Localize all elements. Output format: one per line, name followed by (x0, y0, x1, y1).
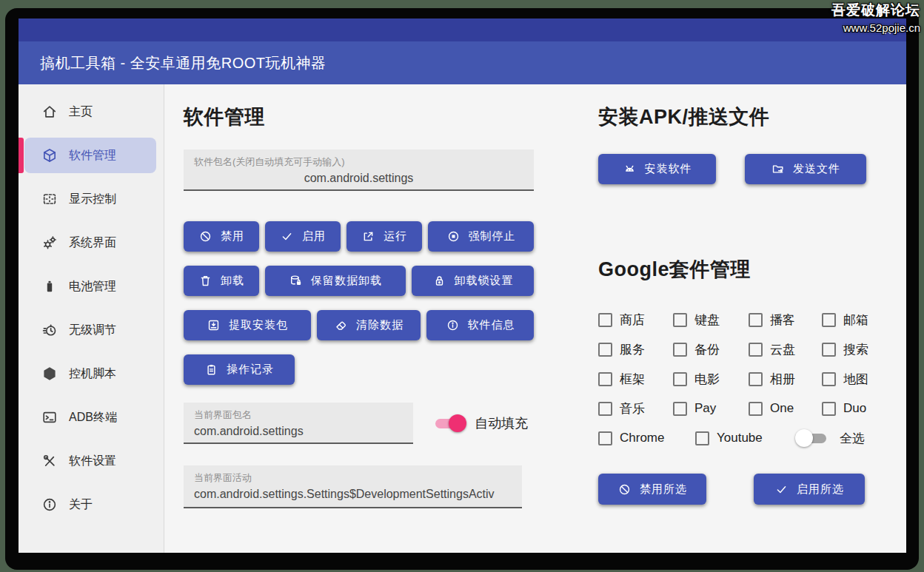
current-package-value: com.android.settings (194, 425, 403, 438)
checkbox-keyboard[interactable] (673, 313, 687, 327)
checkbox-framework[interactable] (598, 372, 612, 386)
enable-selected-button[interactable]: 启用所选 (754, 474, 865, 505)
sidebar-item-about[interactable]: 关于 (19, 487, 164, 522)
checkbox-one[interactable] (749, 402, 763, 416)
current-activity-label: 当前界面活动 (194, 471, 512, 485)
tools-icon (41, 453, 58, 469)
home-icon (41, 104, 58, 120)
open-external-icon (361, 229, 375, 243)
keep-data-uninstall-button[interactable]: 保留数据卸载 (265, 266, 406, 296)
uninstall-button[interactable]: 卸载 (184, 266, 259, 296)
package-name-input[interactable]: 软件包名(关闭自动填充可手动输入) com.android.settings (184, 149, 534, 191)
selected-accent-bar (19, 138, 24, 173)
timer-icon (41, 322, 58, 338)
app-header: 搞机工具箱 - 全安卓通用免ROOT玩机神器 (19, 41, 906, 84)
app-surface: ✕ 搞机工具箱 - 全安卓通用免ROOT玩机神器 主页 软件管理 显示控制 (19, 18, 906, 553)
watermark: 吾爱破解论坛 www.52pojie.cn (831, 1, 920, 34)
operation-log-button[interactable]: 操作记录 (184, 354, 295, 385)
checkbox-pay[interactable] (673, 402, 687, 416)
checkbox-backup[interactable] (673, 343, 687, 357)
sidebar-label: 系统界面 (69, 235, 116, 251)
autofill-toggle[interactable] (434, 414, 463, 432)
sidebar-item-adb-terminal[interactable]: ADB终端 (19, 400, 164, 435)
sidebar-item-stepless-adjust[interactable]: 无级调节 (19, 312, 164, 348)
enable-button[interactable]: 启用 (265, 221, 341, 252)
sidebar-item-software-management[interactable]: 软件管理 (24, 138, 156, 173)
checkbox-chrome[interactable] (598, 431, 612, 445)
app-window: ✕ 搞机工具箱 - 全安卓通用免ROOT玩机神器 主页 软件管理 显示控制 (5, 8, 919, 570)
ban-icon (198, 229, 212, 243)
watermark-line2: www.52pojie.cn (831, 21, 920, 34)
watermark-line1: 吾爱破解论坛 (831, 1, 920, 20)
sidebar-label: 无级调节 (69, 323, 116, 338)
force-stop-button[interactable]: 强制停止 (428, 221, 534, 252)
check-icon (774, 482, 789, 497)
clear-data-button[interactable]: 清除数据 (317, 310, 421, 340)
check-icon (280, 229, 294, 243)
lock-icon (432, 274, 446, 288)
android-icon (623, 162, 637, 176)
checkbox-movies[interactable] (673, 372, 687, 386)
checkbox-maps[interactable] (822, 372, 836, 386)
hexagon-icon (41, 366, 58, 382)
checkbox-podcast[interactable] (749, 313, 763, 327)
checkbox-drive[interactable] (749, 343, 763, 357)
run-button[interactable]: 运行 (346, 221, 422, 252)
titlebar: ✕ (19, 18, 906, 41)
clipboard-icon (204, 363, 218, 377)
folder-send-icon (771, 162, 785, 176)
package-name-value: com.android.settings (194, 172, 523, 185)
autofill-label: 自动填充 (475, 414, 528, 432)
current-activity-field[interactable]: 当前界面活动 com.android.settings.Settings$Dev… (184, 465, 522, 508)
stop-circle-icon (446, 229, 461, 243)
sidebar-item-home[interactable]: 主页 (19, 94, 164, 129)
sidebar-item-display-control[interactable]: 显示控制 (19, 181, 164, 217)
info-icon (446, 318, 460, 332)
checkbox-music[interactable] (598, 402, 612, 416)
eraser-icon (334, 318, 348, 332)
send-file-button[interactable]: 发送文件 (745, 154, 866, 184)
app-info-button[interactable]: 软件信息 (426, 310, 534, 340)
checkbox-mail[interactable] (822, 313, 836, 327)
sidebar-label: 显示控制 (69, 192, 116, 207)
select-all-label: 全选 (840, 430, 865, 447)
checkbox-search[interactable] (822, 343, 836, 357)
checkbox-youtube[interactable] (695, 431, 709, 445)
main-content: 软件管理 软件包名(关闭自动填充可手动输入) com.android.setti… (164, 84, 906, 553)
sidebar-item-battery[interactable]: 电池管理 (19, 269, 164, 304)
checkbox-duo[interactable] (822, 402, 836, 416)
checkbox-services[interactable] (598, 343, 612, 357)
sidebar-label: 主页 (69, 104, 93, 120)
select-all-toggle[interactable] (798, 429, 828, 447)
package-name-label: 软件包名(关闭自动填充可手动输入) (194, 155, 523, 169)
current-package-field[interactable]: 当前界面包名 com.android.settings (184, 403, 413, 444)
gears-icon (41, 235, 58, 251)
uninstall-lock-settings-button[interactable]: 卸载锁设置 (412, 266, 534, 296)
database-lock-icon (289, 274, 303, 288)
terminal-icon (41, 409, 58, 425)
sidebar-label: ADB终端 (69, 410, 117, 425)
app-title: 搞机工具箱 - 全安卓通用免ROOT玩机神器 (40, 53, 327, 73)
extract-box-icon (207, 318, 221, 332)
sidebar-item-app-settings[interactable]: 软件设置 (19, 443, 164, 479)
sidebar-item-system-ui[interactable]: 系统界面 (19, 225, 164, 260)
sidebar-label: 软件设置 (69, 454, 116, 469)
disable-button[interactable]: 禁用 (184, 221, 259, 252)
sidebar-label: 电池管理 (69, 279, 116, 295)
checkbox-photos[interactable] (749, 372, 763, 386)
extract-apk-button[interactable]: 提取安装包 (184, 310, 311, 340)
checkbox-store[interactable] (598, 313, 612, 327)
sidebar-label: 控机脚本 (69, 366, 116, 382)
section-title-install: 安装APK/推送文件 (598, 104, 878, 130)
package-cube-icon (41, 147, 58, 164)
install-apk-button[interactable]: 安装软件 (598, 154, 716, 184)
info-icon (41, 497, 58, 513)
current-package-label: 当前界面包名 (194, 408, 403, 422)
section-title-software: 软件管理 (184, 104, 534, 130)
battery-icon (41, 278, 58, 295)
section-title-google: Google套件管理 (598, 256, 878, 283)
sidebar-item-control-script[interactable]: 控机脚本 (19, 356, 164, 391)
sidebar: 主页 软件管理 显示控制 系统界面 电池管理 (19, 84, 164, 553)
trash-icon (198, 274, 212, 288)
disable-selected-button[interactable]: 禁用所选 (598, 474, 706, 505)
